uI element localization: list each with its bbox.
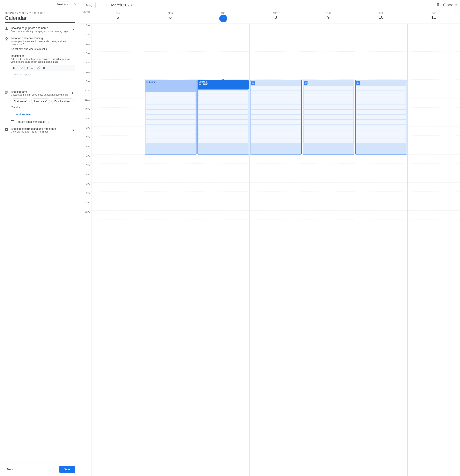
hour-cell[interactable] xyxy=(144,183,197,192)
hour-cell[interactable] xyxy=(92,201,144,211)
hour-cell[interactable] xyxy=(197,33,250,42)
hour-cell[interactable] xyxy=(197,211,250,220)
hour-cell[interactable] xyxy=(92,164,144,173)
availability-block-thu[interactable] xyxy=(303,80,354,154)
hour-cell[interactable] xyxy=(144,201,197,211)
confirmations-expand-button[interactable]: ▾ xyxy=(72,127,75,133)
day-col-fri[interactable] xyxy=(355,24,407,476)
day-col-thu[interactable] xyxy=(302,24,355,476)
close-button[interactable]: ✕ xyxy=(73,2,77,7)
hour-cell[interactable] xyxy=(302,33,355,42)
first-name-chip[interactable]: First name* xyxy=(11,98,30,104)
hour-cell[interactable] xyxy=(197,70,250,80)
hour-cell[interactable] xyxy=(92,136,144,145)
email-verify-checkbox[interactable] xyxy=(11,120,14,123)
clear-button[interactable]: ✕ xyxy=(42,66,46,70)
hour-cell[interactable] xyxy=(302,183,355,192)
hour-cell[interactable] xyxy=(92,108,144,117)
hour-cell[interactable] xyxy=(408,33,460,42)
hour-cell[interactable] xyxy=(355,33,407,42)
bold-button[interactable]: B xyxy=(12,66,16,70)
day-col-wed[interactable] xyxy=(250,24,302,476)
hour-cell[interactable] xyxy=(92,211,144,220)
hour-cell[interactable] xyxy=(92,117,144,127)
italic-button[interactable]: I xyxy=(17,66,19,70)
hour-cell[interactable] xyxy=(408,42,460,52)
hour-cell[interactable] xyxy=(408,61,460,70)
hour-cell[interactable] xyxy=(92,192,144,201)
next-button[interactable]: › xyxy=(104,2,109,8)
hour-cell[interactable] xyxy=(302,164,355,173)
hour-cell[interactable] xyxy=(92,173,144,183)
editors-meeting-event[interactable]: Editor's m10 – 11am xyxy=(198,80,249,90)
underline-button[interactable]: U xyxy=(20,66,24,70)
hour-cell[interactable] xyxy=(408,154,460,164)
hour-cell[interactable] xyxy=(408,211,460,220)
hour-cell[interactable] xyxy=(197,201,250,211)
email-address-chip[interactable]: Email address* xyxy=(52,98,74,104)
hour-cell[interactable] xyxy=(250,183,302,192)
hour-cell[interactable] xyxy=(92,52,144,61)
day-col-mon[interactable]: AT Evergr xyxy=(144,24,197,476)
hour-cell[interactable] xyxy=(408,24,460,33)
hour-cell[interactable] xyxy=(408,164,460,173)
hour-cell[interactable] xyxy=(355,52,407,61)
day-col-tue[interactable]: Editor's m10 – 11am xyxy=(197,24,250,476)
hour-cell[interactable] xyxy=(302,154,355,164)
hour-cell[interactable] xyxy=(408,98,460,108)
day-col-sun[interactable] xyxy=(92,24,144,476)
hour-cell[interactable] xyxy=(408,89,460,98)
save-button[interactable]: Save xyxy=(59,466,75,473)
add-item-button[interactable]: + Add an item xyxy=(11,111,33,118)
hour-cell[interactable] xyxy=(92,98,144,108)
hour-cell[interactable] xyxy=(144,192,197,201)
availability-block-wed[interactable] xyxy=(250,80,302,154)
feedback-button[interactable]: Feedback xyxy=(54,1,71,7)
hour-cell[interactable] xyxy=(355,183,407,192)
hour-cell[interactable] xyxy=(250,192,302,201)
hour-cell[interactable] xyxy=(92,61,144,70)
hour-cell[interactable] xyxy=(408,145,460,154)
hour-cell[interactable] xyxy=(197,183,250,192)
ordered-list-button[interactable]: ≡ xyxy=(26,66,29,70)
hour-cell[interactable] xyxy=(302,70,355,80)
hour-cell[interactable] xyxy=(92,80,144,89)
hour-cell[interactable] xyxy=(408,52,460,61)
hour-cell[interactable] xyxy=(250,42,302,52)
booking-page-expand-button[interactable]: ▾ xyxy=(72,26,75,32)
hour-cell[interactable] xyxy=(250,61,302,70)
hour-cell[interactable] xyxy=(355,211,407,220)
hour-cell[interactable] xyxy=(144,52,197,61)
hour-cell[interactable] xyxy=(302,52,355,61)
hour-cell[interactable] xyxy=(92,89,144,98)
hour-cell[interactable] xyxy=(355,61,407,70)
hour-cell[interactable] xyxy=(355,70,407,80)
hour-cell[interactable] xyxy=(250,52,302,61)
hour-cell[interactable] xyxy=(250,164,302,173)
last-name-chip[interactable]: Last name* xyxy=(31,98,50,104)
today-button[interactable]: Today xyxy=(83,2,96,8)
hour-cell[interactable] xyxy=(302,24,355,33)
back-button[interactable]: Back xyxy=(5,466,15,473)
hour-cell[interactable] xyxy=(144,24,197,33)
unordered-list-button[interactable]: ☰ xyxy=(30,66,34,70)
hour-cell[interactable] xyxy=(144,33,197,42)
hour-cell[interactable] xyxy=(408,173,460,183)
hour-cell[interactable] xyxy=(250,33,302,42)
hour-cell[interactable] xyxy=(250,211,302,220)
hour-cell[interactable] xyxy=(250,70,302,80)
hour-cell[interactable] xyxy=(250,154,302,164)
hour-cell[interactable] xyxy=(144,42,197,52)
hour-cell[interactable] xyxy=(408,80,460,89)
hour-cell[interactable] xyxy=(355,173,407,183)
availability-block-tue[interactable] xyxy=(198,80,249,154)
hour-cell[interactable] xyxy=(92,127,144,136)
hour-cell[interactable] xyxy=(144,173,197,183)
hour-cell[interactable] xyxy=(408,108,460,117)
hour-cell[interactable] xyxy=(197,42,250,52)
hour-cell[interactable] xyxy=(302,201,355,211)
hour-cell[interactable] xyxy=(144,61,197,70)
hour-cell[interactable] xyxy=(197,173,250,183)
hour-cell[interactable] xyxy=(92,183,144,192)
hour-cell[interactable] xyxy=(302,211,355,220)
